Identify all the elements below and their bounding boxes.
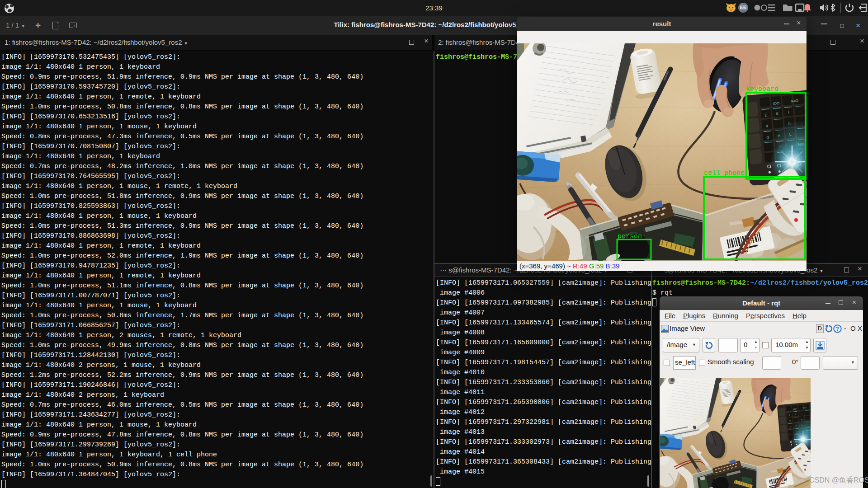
svg-text:cell phone: cell phone — [704, 169, 745, 177]
svg-text:?: ? — [836, 326, 839, 332]
svg-text:keyboard: keyboard — [746, 85, 778, 93]
svg-text:person: person — [618, 233, 642, 240]
